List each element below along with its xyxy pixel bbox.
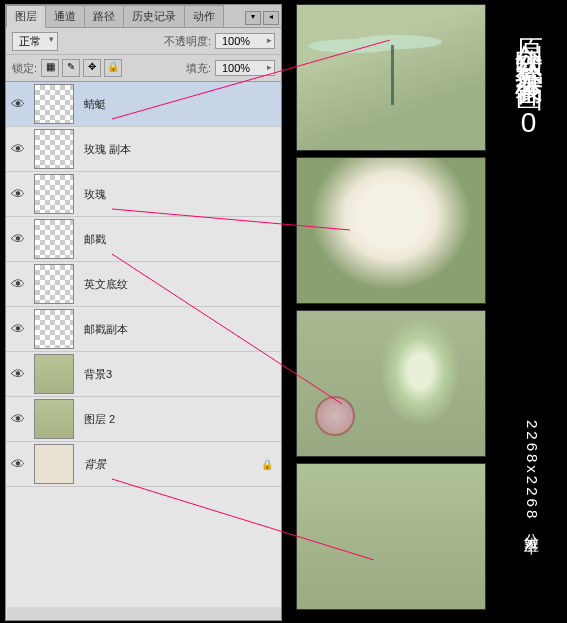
tab-history[interactable]: 历史记录 <box>123 5 185 27</box>
lock-all-icon[interactable]: 🔒 <box>104 59 122 77</box>
visibility-eye-icon[interactable]: 👁 <box>6 141 30 157</box>
lock-indicator-icon: 🔒 <box>261 459 273 470</box>
layer-thumbnail[interactable] <box>34 444 74 484</box>
visibility-eye-icon[interactable]: 👁 <box>6 276 30 292</box>
subtitle-vertical: 2268x2268分辨率 <box>522 420 541 530</box>
layer-thumbnail[interactable] <box>34 219 74 259</box>
visibility-eye-icon[interactable]: 👁 <box>6 456 30 472</box>
layer-row[interactable]: 👁背景🔒 <box>6 442 281 487</box>
preview-rose <box>296 157 486 304</box>
opacity-label: 不透明度: <box>164 34 211 49</box>
lock-transparent-icon[interactable]: ▦ <box>41 59 59 77</box>
visibility-eye-icon[interactable]: 👁 <box>6 186 30 202</box>
visibility-eye-icon[interactable]: 👁 <box>6 96 30 112</box>
layer-thumbnail[interactable] <box>34 129 74 169</box>
blend-opacity-row: 正常 不透明度: 100% <box>6 28 281 55</box>
layer-thumbnail[interactable] <box>34 309 74 349</box>
tab-actions[interactable]: 动作 <box>184 5 224 27</box>
preview-postmark <box>296 310 486 457</box>
visibility-eye-icon[interactable]: 👁 <box>6 231 30 247</box>
layer-name-label[interactable]: 邮戳 <box>78 232 281 247</box>
opacity-input[interactable]: 100% <box>215 33 275 49</box>
blend-mode-select[interactable]: 正常 <box>12 32 58 51</box>
layer-name-label[interactable]: 图层 2 <box>78 412 281 427</box>
layer-thumbnail[interactable] <box>34 264 74 304</box>
tab-layers[interactable]: 图层 <box>6 5 46 28</box>
preview-full <box>296 463 486 610</box>
layer-row[interactable]: 👁玫瑰 <box>6 172 281 217</box>
visibility-eye-icon[interactable]: 👁 <box>6 366 30 382</box>
visibility-eye-icon[interactable]: 👁 <box>6 411 30 427</box>
layer-name-label[interactable]: 玫瑰 <box>78 187 281 202</box>
preview-dragonfly <box>296 4 486 151</box>
tab-paths[interactable]: 路径 <box>84 5 124 27</box>
layers-panel: 图层 通道 路径 历史记录 动作 ▾ ◂ 正常 不透明度: 100% 锁定: ▦… <box>5 4 282 621</box>
fill-label: 填充: <box>186 61 211 76</box>
layer-name-label[interactable]: 玫瑰 副本 <box>78 142 281 157</box>
panel-tabs: 图层 通道 路径 历史记录 动作 ▾ ◂ <box>6 5 281 28</box>
layer-row[interactable]: 👁图层 2 <box>6 397 281 442</box>
layer-row[interactable]: 👁邮戳 <box>6 217 281 262</box>
layer-row[interactable]: 👁邮戳副本 <box>6 307 281 352</box>
visibility-eye-icon[interactable]: 👁 <box>6 321 30 337</box>
layer-row[interactable]: 👁玫瑰 副本 <box>6 127 281 172</box>
panel-menu-icon[interactable]: ▾ <box>245 11 261 25</box>
lock-pixels-icon[interactable]: ✎ <box>62 59 80 77</box>
layers-list[interactable]: 👁蜻蜓👁玫瑰 副本👁玫瑰👁邮戳👁英文底纹👁邮戳副本👁背景3👁图层 2👁背景🔒 <box>6 82 281 607</box>
lock-position-icon[interactable]: ✥ <box>83 59 101 77</box>
panel-collapse-icon[interactable]: ◂ <box>263 11 279 25</box>
preview-column <box>296 4 486 616</box>
layer-name-label[interactable]: 邮戳副本 <box>78 322 281 337</box>
lock-fill-row: 锁定: ▦ ✎ ✥ 🔒 填充: 100% <box>6 55 281 82</box>
layer-name-label[interactable]: 英文底纹 <box>78 277 281 292</box>
layer-name-label[interactable]: 蜻蜓 <box>78 97 281 112</box>
tab-channels[interactable]: 通道 <box>45 5 85 27</box>
layer-row[interactable]: 👁英文底纹 <box>6 262 281 307</box>
layer-thumbnail[interactable] <box>34 399 74 439</box>
layer-name-label[interactable]: 背景3 <box>78 367 281 382</box>
title-vertical: 原创欧式分层装饰画10 <box>507 16 547 144</box>
layer-thumbnail[interactable] <box>34 174 74 214</box>
layer-row[interactable]: 👁背景3 <box>6 352 281 397</box>
layer-row[interactable]: 👁蜻蜓 <box>6 82 281 127</box>
layer-thumbnail[interactable] <box>34 354 74 394</box>
fill-input[interactable]: 100% <box>215 60 275 76</box>
layer-thumbnail[interactable] <box>34 84 74 124</box>
layer-name-label[interactable]: 背景 <box>78 457 261 472</box>
lock-label: 锁定: <box>12 61 37 76</box>
